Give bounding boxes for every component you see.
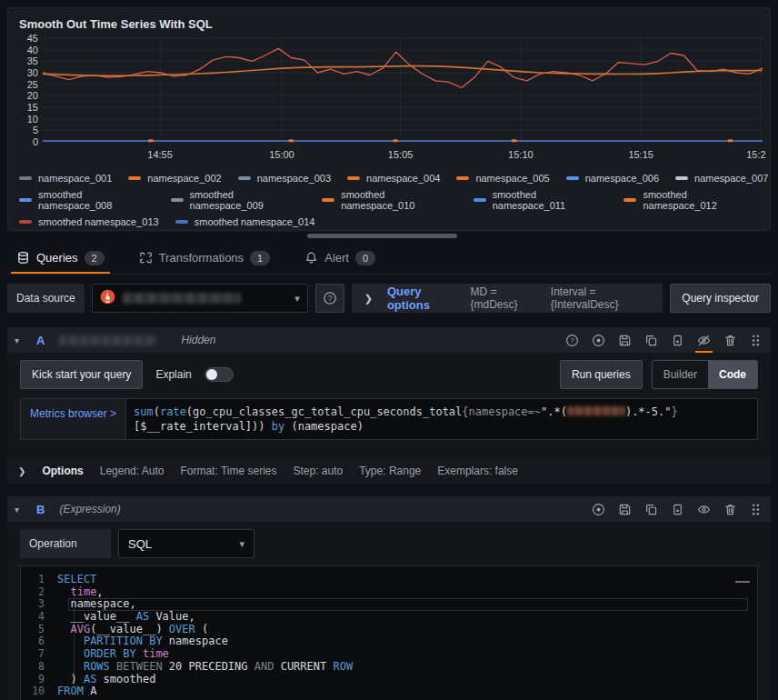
datasource-picker[interactable]: ▾ [92,284,308,313]
operation-value: SQL [128,537,152,551]
svg-text:15:00: 15:00 [269,149,294,160]
copy-icon[interactable] [644,503,658,516]
eye-slash-icon[interactable] [697,334,711,347]
options-summary-item: Type: Range [359,465,421,477]
svg-text:30: 30 [27,67,38,78]
tab-label: Transformations [159,251,244,265]
query-a-header[interactable]: ▾ A Hidden ? [7,327,771,353]
svg-text:?: ? [327,294,332,303]
series-color-swatch [19,198,32,202]
legend-item[interactable]: namespace_005 [456,173,549,184]
tab-alert[interactable]: Alert0 [299,242,381,274]
legend-item[interactable]: namespace_003 [238,173,331,184]
chart-canvas[interactable]: 05101520253035404514:5515:0015:0515:1015… [17,33,766,167]
sql-line: 7 ORDER BY time [21,648,757,661]
series-color-swatch [322,198,334,202]
legend-item[interactable]: smoothed namespace_013 [19,216,159,227]
eye-icon[interactable] [697,503,711,516]
splitter-handle[interactable] [307,234,457,238]
process-icon [139,251,153,265]
line-number: 5 [21,624,57,636]
explain-toggle[interactable] [204,367,234,382]
redacted-text [567,406,625,415]
legend-item[interactable]: smoothed namespace_010 [322,189,457,211]
query-a-options-row[interactable]: ❯ Options Legend: AutoFormat: Time serie… [7,458,771,484]
tab-queries[interactable]: Queries2 [11,242,110,274]
options-summary-item: Exemplars: false [437,465,518,477]
legend-item[interactable]: smoothed namespace_014 [175,216,315,227]
query-options-toggle[interactable]: ❯ Query options MD = {mdDesc} Interval =… [352,284,663,313]
query-b-header[interactable]: ▾ B (Expression) [7,496,771,522]
legend-item[interactable]: namespace_007 [675,173,768,184]
drag-icon[interactable] [750,503,762,516]
svg-text:14:55: 14:55 [147,149,173,160]
trash-icon[interactable] [723,503,737,516]
sql-line: 5 AVG(__value__) OVER ( [21,624,757,636]
series-label: smoothed namespace_010 [341,189,457,211]
sql-expression-editor[interactable]: 1SELECT2 time,3 namespace,4 __value__ AS… [20,565,758,700]
chart-legend: namespace_001namespace_002namespace_003n… [17,171,761,227]
tab-transformations[interactable]: Transformations1 [134,242,276,274]
query-hidden-status: Hidden [181,334,215,346]
svg-text:25: 25 [27,79,38,90]
sql-line: 1SELECT [21,574,757,586]
line-number: 10 [21,685,57,698]
record-icon[interactable] [592,334,605,347]
series-label: namespace_006 [585,173,659,184]
panel-title[interactable]: Smooth Out Time Series With SQL [17,14,761,33]
save-icon[interactable] [618,334,632,347]
query-b-body: Operation SQL ▾ 1SELECT2 time,3 namespac… [7,522,771,700]
series-label: namespace_001 [38,173,112,184]
timeseries-chart[interactable]: 05101520253035404514:5515:0015:0515:1015… [17,33,761,171]
line-number: 2 [21,586,57,599]
svg-text:15:15: 15:15 [628,149,653,160]
series-label: namespace_005 [475,173,549,184]
collapse-chevron-icon[interactable]: ▾ [15,335,27,345]
series-label: smoothed namespace_008 [38,189,155,211]
drag-icon[interactable] [750,334,762,347]
chevron-right-icon: ❯ [364,293,373,305]
legend-item[interactable]: namespace_006 [566,173,659,184]
legend-item[interactable]: smoothed namespace_009 [171,189,306,211]
legend-item[interactable]: namespace_001 [19,173,112,184]
run-queries-button[interactable]: Run queries [560,360,643,389]
svg-text:0: 0 [33,136,38,147]
promql-editor[interactable]: sum(rate(go_cpu_classes_gc_total_cpu_sec… [125,398,758,440]
legend-item[interactable]: namespace_002 [128,173,221,184]
trash-icon[interactable] [723,334,737,347]
query-options-label: Query options [387,285,456,312]
query-ref-id: A [36,334,45,347]
options-summary-item: Step: auto [293,465,343,477]
builder-option[interactable]: Builder [653,361,708,388]
svg-text:45: 45 [27,33,38,44]
help-icon[interactable]: ? [565,334,579,347]
legend-item[interactable]: namespace_004 [347,173,440,184]
series-label: namespace_004 [366,173,440,184]
sql-line: 8 ROWS BETWEEN 20 PRECEDING AND CURRENT … [21,661,757,674]
bell-icon [304,251,318,265]
copy-icon[interactable] [644,334,658,347]
database-icon [16,251,30,265]
metrics-browser-button[interactable]: Metrics browser > [20,398,125,440]
legend-item[interactable]: smoothed namespace_012 [623,189,759,211]
series-color-swatch [566,176,579,180]
series-color-swatch [175,220,188,224]
line-number: 6 [21,635,57,648]
clipboard-icon[interactable] [671,334,684,347]
datasource-help-button[interactable]: ? [315,284,344,313]
clipboard-icon[interactable] [671,503,684,516]
line-number: 4 [21,611,57,624]
pane-splitter[interactable] [7,231,771,242]
record-icon[interactable] [592,503,605,516]
legend-item[interactable]: smoothed namespace_011 [474,189,608,211]
series-color-swatch [19,176,32,180]
operation-select[interactable]: SQL ▾ [118,529,254,558]
save-icon[interactable] [618,503,632,516]
collapse-chevron-icon[interactable]: ▾ [15,505,27,515]
query-inspector-button[interactable]: Query inspector [670,284,771,313]
series-color-swatch [474,198,486,202]
code-option[interactable]: Code [708,361,757,388]
svg-text:15: 15 [27,102,38,113]
legend-item[interactable]: smoothed namespace_008 [19,189,155,211]
kick-start-query-button[interactable]: Kick start your query [20,360,143,389]
